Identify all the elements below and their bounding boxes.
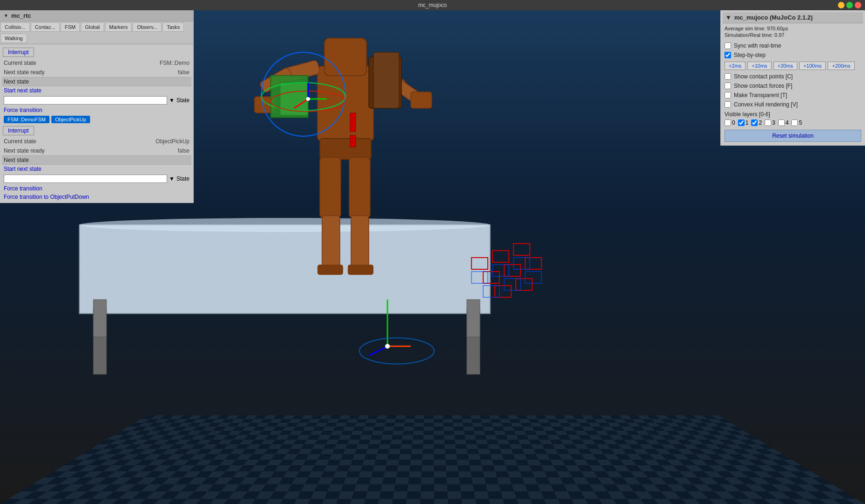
svg-rect-8 (324, 38, 366, 76)
svg-rect-24 (271, 76, 308, 118)
layers-row: 0 1 2 3 4 5 (724, 119, 861, 126)
window-controls (838, 2, 861, 8)
start-next-state-link-1[interactable]: Start next state (2, 86, 191, 95)
fsm-items-row: FSM::DemoFSM ObjectPickUp (2, 114, 191, 125)
svg-line-31 (294, 99, 308, 108)
object-pickup-btn[interactable]: ObjectPickUp (51, 116, 90, 123)
svg-rect-46 (471, 272, 488, 283)
svg-rect-38 (471, 258, 488, 269)
sync-realtime-label: Sync with real-time (734, 42, 781, 49)
state-input-row-1: ▼ State (2, 95, 191, 106)
tab-walking[interactable]: Walking (0, 34, 27, 43)
svg-rect-11 (254, 97, 275, 113)
next-state-ready-value-1: false (178, 69, 190, 76)
layer-3-checkbox[interactable] (765, 119, 771, 126)
svg-rect-4 (467, 309, 480, 374)
current-state-label-1: Current state (4, 60, 160, 66)
panel-title-text: mc_rtc (11, 12, 31, 19)
next-state-header-2: Next state (2, 155, 191, 165)
minimize-button[interactable] (838, 2, 844, 8)
svg-rect-53 (350, 135, 356, 147)
svg-rect-1 (79, 225, 490, 314)
svg-rect-42 (504, 265, 520, 276)
current-state-row-1: Current state FSM::Demo (2, 58, 191, 68)
svg-rect-50 (504, 279, 520, 290)
force-transition-link-1[interactable]: Force transition (2, 106, 191, 114)
start-next-state-link-2[interactable]: Start next state (2, 165, 191, 173)
sync-realtime-row: Sync with real-time (723, 41, 863, 50)
sync-realtime-checkbox[interactable] (724, 42, 731, 49)
svg-rect-14 (411, 92, 432, 108)
step-by-step-checkbox[interactable] (724, 52, 731, 58)
svg-point-28 (271, 91, 345, 112)
reset-simulation-button[interactable]: Reset simulation (724, 130, 861, 142)
panel-triangle: ▼ (4, 13, 8, 18)
right-panel-title: ▼ mc_mujoco (MuJoCo 2.1.2) (723, 12, 863, 23)
show-contact-points-row: Show contact points [C] (723, 72, 863, 81)
svg-rect-0 (79, 225, 490, 314)
svg-rect-13 (393, 79, 424, 106)
svg-rect-9 (283, 60, 320, 82)
layer-4-checkbox[interactable] (778, 119, 785, 126)
layer-2-checkbox[interactable] (751, 119, 758, 126)
layer-0-label: 0 (732, 119, 735, 126)
show-contact-points-checkbox[interactable] (724, 73, 731, 80)
layer-5-checkbox[interactable] (791, 119, 798, 126)
svg-rect-18 (322, 216, 340, 267)
svg-line-35 (369, 346, 387, 356)
svg-rect-43 (525, 258, 542, 269)
maximize-button[interactable] (846, 2, 853, 8)
state-input-2[interactable] (4, 175, 167, 183)
next-state-header-1: Next state (2, 77, 191, 86)
layer-5: 5 (791, 119, 802, 126)
svg-rect-17 (349, 157, 370, 218)
layer-1-label: 1 (745, 119, 749, 126)
svg-rect-3 (93, 309, 106, 374)
layer-1: 1 (738, 119, 749, 126)
tab-contact[interactable]: Contac... (31, 22, 60, 32)
interrupt-button-1[interactable]: Interrupt (3, 48, 34, 57)
tab-tasks[interactable]: Tasks (162, 22, 184, 32)
tab-collision[interactable]: Collisio... (0, 22, 30, 32)
step-100ms[interactable]: +100ms (799, 62, 826, 70)
step-2ms[interactable]: +2ms (724, 62, 745, 70)
right-panel-title-text: mc_mujoco (MuJoCo 2.1.2) (734, 14, 813, 21)
state-dropdown-1[interactable]: ▼ (169, 97, 175, 104)
force-transition-to-link[interactable]: Force transition to ObjectPutDown (2, 193, 191, 201)
make-transparent-checkbox[interactable] (724, 92, 731, 98)
close-button[interactable] (855, 2, 861, 8)
state-dropdown-2[interactable]: ▼ (169, 175, 175, 182)
next-state-ready-value-2: false (178, 147, 190, 154)
tab-fsm[interactable]: FSM (61, 22, 80, 32)
layer-0-checkbox[interactable] (724, 119, 731, 126)
panel-content: Interrupt Current state FSM::Demo Next s… (0, 44, 193, 203)
layer-0: 0 (724, 119, 735, 126)
svg-rect-41 (483, 272, 499, 283)
state-input-1[interactable] (4, 96, 167, 105)
layer-1-checkbox[interactable] (738, 119, 745, 126)
fsm-demo-btn[interactable]: FSM::DemoFSM (4, 116, 49, 123)
right-panel: ▼ mc_mujoco (MuJoCo 2.1.2) Average sim t… (720, 10, 865, 146)
svg-rect-16 (320, 157, 341, 218)
step-buttons-row: +2ms +10ms +20ms +100ms +200ms (723, 60, 863, 72)
step-200ms[interactable]: +200ms (828, 62, 854, 70)
svg-rect-19 (351, 216, 369, 267)
force-transition-link-2[interactable]: Force transition (2, 184, 191, 193)
interrupt-button-2[interactable]: Interrupt (3, 126, 34, 135)
svg-point-27 (261, 83, 345, 111)
tab-global[interactable]: Global (81, 22, 104, 32)
svg-rect-6 (467, 300, 480, 337)
panel-title: ▼ mc_rtc (0, 10, 193, 21)
svg-rect-25 (280, 83, 308, 115)
tab-observ[interactable]: Observ... (133, 22, 162, 32)
next-state-ready-row-2: Next state ready false (2, 146, 191, 155)
tab-markers[interactable]: Markers (105, 22, 132, 32)
step-20ms[interactable]: +20ms (774, 62, 797, 70)
state-label-1: State (176, 97, 190, 104)
show-contact-forces-checkbox[interactable] (724, 83, 731, 89)
svg-rect-45 (516, 279, 532, 290)
svg-rect-10 (259, 67, 293, 93)
step-10ms[interactable]: +10ms (747, 62, 771, 70)
current-state-value-2: ObjectPickUp (155, 138, 190, 145)
convex-hull-checkbox[interactable] (724, 101, 731, 108)
